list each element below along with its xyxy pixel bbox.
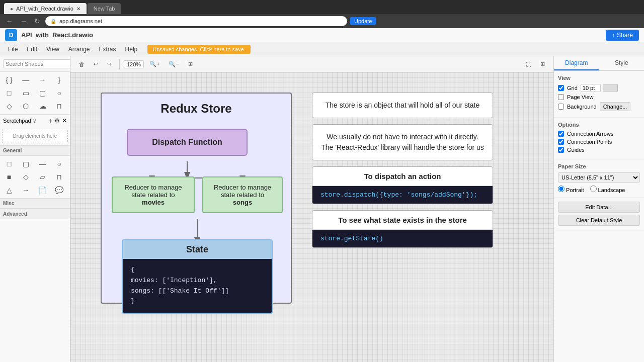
- paper-size-title: Paper Size: [558, 163, 640, 169]
- shape-square[interactable]: □: [2, 87, 16, 99]
- grid-button[interactable]: ⊞: [537, 59, 548, 69]
- grid-option: Grid: [558, 84, 640, 92]
- back-button[interactable]: ←: [4, 16, 15, 26]
- shape-cylinder2[interactable]: ⊓: [52, 171, 66, 183]
- shape-curly-brace[interactable]: }: [52, 74, 66, 86]
- view-section-title: View: [558, 75, 640, 81]
- info-box1-text: The store is an object that will hold al…: [312, 93, 493, 118]
- shape-circle[interactable]: ○: [52, 158, 66, 170]
- menu-file[interactable]: File: [4, 45, 22, 54]
- canvas-toolbar: 🗑 ↩ ↪ 120% 🔍+ 🔍− ⊞ ⛶ ⊞: [70, 56, 553, 72]
- general-shapes-grid: □ ▢ — ○ ■ ◇ ▱ ⊓ △ → 📄 💬: [0, 156, 70, 198]
- action-buttons-section: Edit Data... Clear Default Style: [554, 198, 644, 232]
- menu-help[interactable]: Help: [121, 45, 142, 54]
- info-box2-text: We usually do not have to interact with …: [312, 125, 493, 160]
- fullscreen-button[interactable]: ⛶: [522, 60, 535, 69]
- shape-rounded[interactable]: ▢: [36, 87, 50, 99]
- menu-view[interactable]: View: [42, 45, 63, 54]
- undo-button[interactable]: ↩: [90, 59, 102, 69]
- shape-callout[interactable]: 💬: [52, 184, 66, 196]
- shape-cylinder[interactable]: ⊓: [52, 100, 66, 112]
- zoom-in-button[interactable]: 🔍+: [146, 59, 163, 69]
- canvas-area[interactable]: Redux Store Dispatch Function Reducer to…: [70, 72, 553, 362]
- shape-rounded2[interactable]: ▢: [19, 158, 33, 170]
- clear-style-button[interactable]: Clear Default Style: [558, 215, 640, 226]
- connection-points-checkbox[interactable]: [558, 139, 564, 145]
- background-checkbox[interactable]: [558, 104, 564, 110]
- scratchpad-header: Scratchpad ? + ⚙ ✕: [0, 114, 70, 127]
- refresh-button[interactable]: ↻: [32, 16, 42, 26]
- redo-button[interactable]: ↪: [104, 59, 115, 69]
- main-layout: ✕ { } — → } □ ▭ ▢ ○ ◇ ⬡ ☁ ⊓ Scratchpad ?…: [0, 56, 644, 362]
- active-tab[interactable]: ● API_with_React.drawio ✕: [4, 3, 87, 14]
- grid-color-swatch[interactable]: [603, 84, 618, 92]
- shape-triangle[interactable]: △: [2, 184, 16, 196]
- diagram-container: Redux Store Dispatch Function Reducer to…: [101, 93, 553, 362]
- tab-diagram[interactable]: Diagram: [554, 56, 599, 70]
- address-bar[interactable]: 🔒 app.diagrams.net: [45, 16, 347, 26]
- grid-checkbox[interactable]: [558, 85, 564, 91]
- shape-square2[interactable]: ■: [2, 171, 16, 183]
- shape-note[interactable]: 📄: [36, 184, 50, 196]
- scratchpad-settings[interactable]: ⚙: [54, 117, 60, 124]
- shape-line[interactable]: —: [19, 74, 33, 86]
- update-button[interactable]: Update: [350, 17, 376, 25]
- portrait-radio[interactable]: [558, 186, 565, 192]
- tab-close-icon[interactable]: ✕: [76, 6, 80, 12]
- scratchpad-add[interactable]: +: [48, 117, 52, 125]
- scratchpad-close[interactable]: ✕: [62, 117, 67, 124]
- shape-rect2[interactable]: □: [2, 158, 16, 170]
- share-button[interactable]: ↑ Share: [606, 30, 639, 41]
- search-shapes-input[interactable]: [3, 59, 70, 68]
- tab-style[interactable]: Style: [599, 56, 645, 70]
- page-view-checkbox[interactable]: [558, 94, 564, 100]
- fit-page-button[interactable]: ⊞: [185, 59, 196, 69]
- shape-ellipse[interactable]: ○: [52, 87, 66, 99]
- redux-store-title: Redux Store: [102, 94, 291, 124]
- shape-line2[interactable]: —: [36, 158, 50, 170]
- state-code-line3: songs: [['Shake It Off']]: [131, 286, 264, 297]
- grid-size-input[interactable]: [581, 84, 601, 92]
- new-tab[interactable]: New Tab: [88, 3, 121, 14]
- shape-arrow2[interactable]: →: [19, 184, 33, 196]
- landscape-radio[interactable]: [590, 186, 597, 192]
- info-box-react-redux: We usually do not have to interact with …: [312, 124, 493, 160]
- dispatch-code: store.dispatch({type: 'songs/addSong'});: [312, 186, 493, 204]
- state-code-line1: {: [131, 265, 264, 276]
- paper-size-select[interactable]: US-Letter (8.5" x 11"): [558, 172, 640, 183]
- shape-bracket-curly[interactable]: { }: [2, 74, 16, 86]
- menu-edit[interactable]: Edit: [23, 45, 41, 54]
- shape-arrow[interactable]: →: [36, 74, 50, 86]
- state-box[interactable]: State { movies: ['Inception'], songs: [[…: [122, 239, 273, 314]
- redux-store-box[interactable]: Redux Store Dispatch Function Reducer to…: [101, 93, 292, 304]
- shapes-grid: { } — → } □ ▭ ▢ ○ ◇ ⬡ ☁ ⊓: [0, 72, 70, 114]
- shape-rect[interactable]: ▭: [19, 87, 33, 99]
- shape-diamond[interactable]: ◇: [2, 100, 16, 112]
- browser-chrome: ● API_with_React.drawio ✕ New Tab ← → ↻ …: [0, 0, 644, 28]
- zoom-level: 120%: [124, 60, 144, 68]
- zoom-out-button[interactable]: 🔍−: [165, 59, 182, 69]
- browser-toolbar: ← → ↻ 🔒 app.diagrams.net Update: [0, 14, 644, 28]
- connection-arrows-checkbox[interactable]: [558, 131, 564, 137]
- guides-checkbox[interactable]: [558, 147, 564, 153]
- portrait-label: Portrait: [558, 186, 584, 193]
- shapes-panel: ✕ { } — → } □ ▭ ▢ ○ ◇ ⬡ ☁ ⊓ Scratchpad ?…: [0, 56, 70, 362]
- shape-hexagon[interactable]: ⬡: [19, 100, 33, 112]
- shape-diamond2[interactable]: ◇: [19, 171, 33, 183]
- section-general: General: [0, 145, 70, 156]
- paper-size-section: Paper Size US-Letter (8.5" x 11") Portra…: [554, 159, 644, 198]
- menu-extras[interactable]: Extras: [95, 45, 120, 54]
- change-background-button[interactable]: Change...: [600, 102, 631, 111]
- info-box-getstate: To see what state exists in the store st…: [312, 210, 493, 248]
- shape-cloud[interactable]: ☁: [36, 100, 50, 112]
- edit-data-button[interactable]: Edit Data...: [558, 202, 640, 213]
- dispatch-box[interactable]: Dispatch Function: [127, 129, 248, 156]
- shape-parallelogram[interactable]: ▱: [36, 171, 50, 183]
- forward-button[interactable]: →: [18, 16, 29, 26]
- reducer-songs-box[interactable]: Reducer to manage state related to songs: [202, 176, 283, 213]
- unsaved-changes-button[interactable]: Unsaved changes. Click here to save.: [147, 45, 251, 54]
- reducer-movies-box[interactable]: Reducer to manage state related to movie…: [112, 176, 195, 213]
- delete-button[interactable]: 🗑: [75, 60, 88, 69]
- menu-arrange[interactable]: Arrange: [64, 45, 94, 54]
- panel-tabs: Diagram Style: [554, 56, 644, 71]
